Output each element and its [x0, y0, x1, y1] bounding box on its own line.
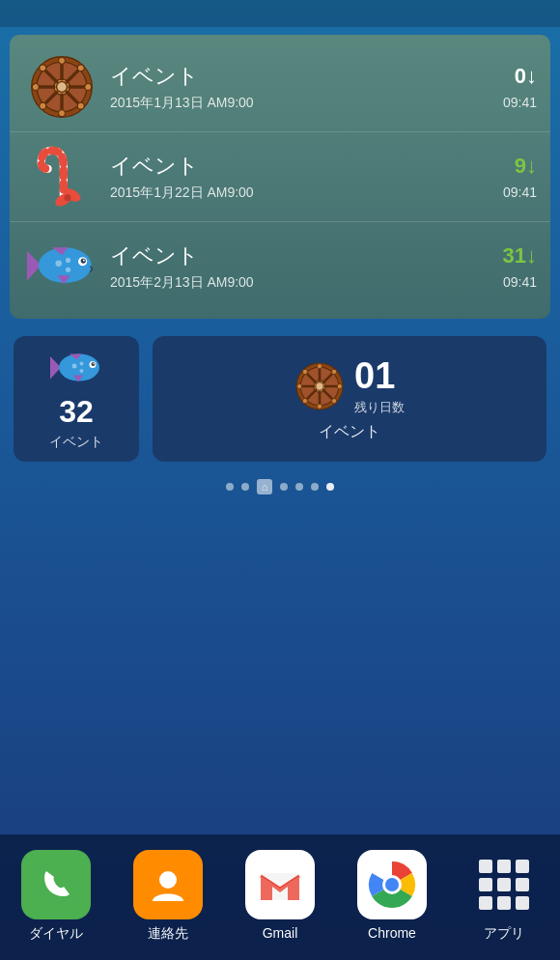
svg-point-15	[40, 65, 46, 71]
dock-items: ダイヤル 連絡先 Gmail	[0, 850, 560, 943]
event-date-1: 2015年1月13日 AM9:00	[110, 95, 503, 112]
event-time-1: 09:41	[503, 95, 537, 110]
event-count-3: 31↓	[503, 243, 537, 268]
page-dot-5[interactable]	[311, 483, 319, 491]
svg-point-16	[77, 102, 84, 109]
small-widget[interactable]: 32 イベント	[14, 336, 139, 462]
widget-area: イベント 2015年1月13日 AM9:00 0↓ 09:41 イベント 201…	[10, 35, 550, 319]
candy-cane-icon	[23, 142, 100, 212]
svg-point-28	[66, 258, 70, 263]
chrome-icon-wrap	[357, 850, 427, 919]
page-dot-3[interactable]	[280, 483, 288, 491]
svg-point-37	[71, 364, 76, 369]
event-count-1: 0↓	[515, 64, 537, 89]
contacts-icon-wrap	[133, 850, 203, 919]
svg-point-27	[55, 260, 62, 267]
dock-label-contacts: 連絡先	[148, 925, 188, 943]
svg-point-39	[79, 369, 83, 373]
page-dot-0[interactable]	[226, 483, 234, 491]
svg-point-67	[385, 878, 399, 891]
apps-grid-icon	[479, 860, 529, 910]
svg-point-22	[64, 194, 70, 201]
chrome-icon	[367, 860, 417, 910]
svg-point-32	[83, 259, 85, 261]
large-widget[interactable]: 01 残り日数 イベント	[153, 336, 546, 462]
event-title-3: イベント	[110, 241, 503, 270]
svg-point-38	[79, 362, 83, 366]
page-dot-1[interactable]	[241, 483, 249, 491]
svg-point-58	[302, 369, 307, 374]
gmail-icon-wrap	[245, 850, 315, 919]
dock-label-gmail: Gmail	[263, 925, 298, 941]
dock-label-apps: アプリ	[484, 925, 524, 943]
event-info-2: イベント 2015年1月22日 AM9:00	[110, 152, 503, 202]
ship-wheel-icon	[23, 52, 100, 122]
dock-item-phone[interactable]: ダイヤル	[21, 850, 91, 943]
event-meta-2: 9↓ 09:41	[503, 154, 537, 200]
event-count-2: 9↓	[515, 154, 537, 179]
contacts-icon	[148, 864, 188, 905]
event-info-1: イベント 2015年1月13日 AM9:00	[110, 62, 503, 112]
fish-icon	[23, 232, 100, 301]
page-dot-home[interactable]	[257, 479, 272, 494]
event-date-2: 2015年1月22日 AM9:00	[110, 184, 503, 202]
large-widget-top: 01 残り日数	[294, 355, 405, 416]
dock-item-apps[interactable]: アプリ	[469, 850, 539, 943]
svg-point-61	[302, 398, 307, 403]
event-row-3[interactable]: イベント 2015年2月13日 AM9:00 31↓ 09:41	[10, 222, 550, 311]
gmail-icon	[259, 863, 301, 906]
large-widget-wheel-icon	[294, 361, 345, 411]
svg-point-62	[316, 381, 323, 389]
dock-label-chrome: Chrome	[368, 925, 416, 941]
event-date-3: 2015年2月13日 AM9:00	[110, 274, 503, 292]
status-bar	[0, 0, 560, 27]
phone-icon	[37, 865, 75, 904]
dock: ダイヤル 連絡先 Gmail	[0, 834, 560, 960]
svg-point-14	[85, 84, 92, 91]
event-time-2: 09:41	[503, 184, 537, 200]
svg-point-19	[57, 82, 68, 93]
svg-point-13	[32, 84, 39, 91]
large-widget-number: 01	[354, 355, 395, 397]
svg-point-63	[159, 871, 177, 889]
page-dot-6[interactable]	[326, 483, 334, 491]
phone-icon-wrap	[21, 850, 91, 919]
page-indicators	[0, 479, 560, 494]
svg-point-54	[317, 363, 322, 368]
dock-item-chrome[interactable]: Chrome	[357, 850, 427, 941]
svg-point-42	[93, 363, 95, 365]
svg-point-11	[59, 57, 66, 64]
event-meta-1: 0↓ 09:41	[503, 64, 537, 110]
svg-point-29	[66, 268, 70, 272]
apps-icon-wrap	[469, 850, 539, 919]
dock-item-gmail[interactable]: Gmail	[245, 850, 315, 941]
event-meta-3: 31↓ 09:41	[503, 243, 537, 290]
event-info-3: イベント 2015年2月13日 AM9:00	[110, 241, 503, 292]
svg-point-17	[77, 65, 84, 71]
svg-point-60	[331, 369, 336, 374]
dock-label-phone: ダイヤル	[29, 925, 83, 943]
svg-point-59	[331, 398, 336, 403]
svg-point-55	[317, 404, 322, 409]
small-widget-label: イベント	[49, 434, 103, 451]
event-row-2[interactable]: イベント 2015年1月22日 AM9:00 9↓ 09:41	[10, 132, 550, 222]
svg-point-56	[297, 383, 302, 388]
svg-point-12	[59, 110, 66, 117]
small-widget-count: 32	[59, 394, 94, 430]
svg-point-57	[337, 383, 342, 388]
event-title-2: イベント	[110, 152, 503, 181]
dock-item-contacts[interactable]: 連絡先	[133, 850, 203, 943]
small-widget-fish-icon	[50, 347, 103, 390]
bottom-widgets: 32 イベント	[14, 336, 546, 462]
page-dot-4[interactable]	[295, 483, 303, 491]
event-time-3: 09:41	[503, 274, 537, 290]
svg-point-18	[40, 102, 46, 109]
large-widget-sublabel: 残り日数	[354, 399, 405, 416]
event-row-1[interactable]: イベント 2015年1月13日 AM9:00 0↓ 09:41	[10, 42, 550, 132]
large-widget-label: イベント	[319, 422, 380, 442]
event-title-1: イベント	[110, 62, 503, 91]
